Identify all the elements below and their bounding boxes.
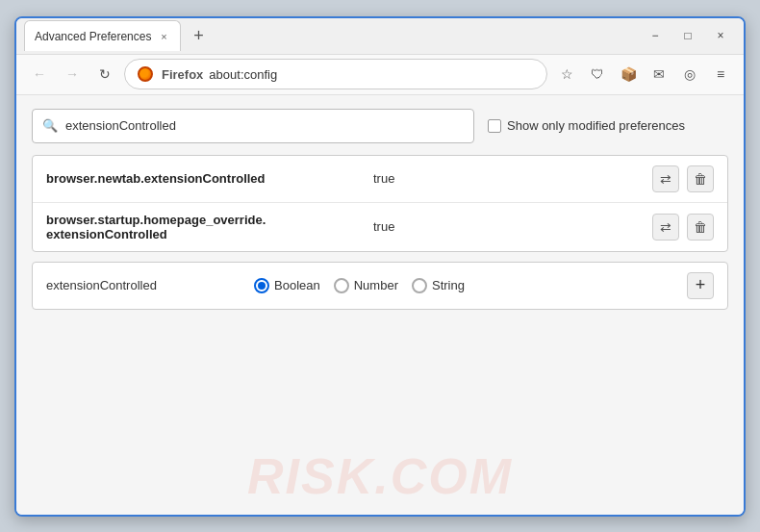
address-bar[interactable]: Firefox about:config [124,59,547,89]
watermark: RISK.COM [247,447,513,505]
radio-string-label: String [432,278,465,292]
radio-number-label: Number [354,278,398,292]
url-text: about:config [209,67,277,82]
new-preference-row: extensionControlled Boolean Number [32,262,728,310]
add-preference-button[interactable]: + [687,272,714,299]
show-modified-label: Show only modified preferences [507,118,685,133]
pref-value-1: true [373,171,652,186]
radio-string[interactable]: String [412,278,465,293]
table-row: browser.startup.homepage_override. exten… [33,203,727,251]
pref-name-1: browser.newtab.extensionControlled [46,171,373,186]
account-icon[interactable]: ◎ [676,61,703,88]
browser-window: Advanced Preferences × + − □ × ← → ↻ Fir… [14,16,746,517]
search-icon: 🔍 [42,118,58,133]
forward-button[interactable]: → [59,61,86,88]
preferences-table: browser.newtab.extensionControlled true … [32,155,728,252]
pref-name-2-line2: extensionControlled [46,227,373,241]
back-button[interactable]: ← [26,61,53,88]
search-input-value: extensionControlled [65,118,176,133]
radio-string-outer [412,278,427,293]
new-pref-name: extensionControlled [46,278,239,292]
radio-boolean-label: Boolean [274,278,320,292]
refresh-button[interactable]: ↻ [91,61,118,88]
radio-boolean-inner [258,282,266,290]
pref-actions-2: ⇄ 🗑 [652,214,714,241]
mail-icon[interactable]: ✉ [646,61,672,88]
reset-btn-1[interactable]: ⇄ [652,165,679,192]
close-button[interactable]: × [705,22,736,49]
address-text: Firefox about:config [162,67,277,82]
radio-boolean-outer [254,278,269,293]
table-row: browser.newtab.extensionControlled true … [33,156,727,203]
delete-btn-1[interactable]: 🗑 [687,165,714,192]
shield-icon[interactable]: 🛡 [584,61,611,88]
toolbar-icons: ☆ 🛡 📦 ✉ ◎ ≡ [553,61,734,88]
maximize-button[interactable]: □ [672,22,703,49]
menu-icon[interactable]: ≡ [707,61,734,88]
reset-btn-2[interactable]: ⇄ [652,214,679,241]
show-modified-row: Show only modified preferences [488,118,685,133]
tab-close-btn[interactable]: × [157,30,170,43]
bookmark-icon[interactable]: ☆ [553,61,580,88]
type-radio-group: Boolean Number String [254,278,671,293]
browser-tab[interactable]: Advanced Preferences × [24,20,181,51]
extension-icon[interactable]: 📦 [615,61,642,88]
delete-btn-2[interactable]: 🗑 [687,214,714,241]
browser-name: Firefox [162,67,203,82]
pref-name-2-line1: browser.startup.homepage_override. [46,213,373,227]
content-area: RISK.COM 🔍 extensionControlled Show only… [16,95,744,515]
pref-value-2: true [373,219,652,234]
firefox-icon [137,65,154,83]
title-bar: Advanced Preferences × + − □ × [16,18,744,55]
radio-number-outer [334,278,349,293]
radio-boolean[interactable]: Boolean [254,278,320,293]
pref-actions-1: ⇄ 🗑 [652,165,714,192]
minimize-button[interactable]: − [640,22,671,49]
window-controls: − □ × [640,22,736,49]
pref-name-2: browser.startup.homepage_override. exten… [46,213,373,241]
tab-title: Advanced Preferences [35,30,151,43]
show-modified-checkbox[interactable] [488,119,501,133]
search-box[interactable]: 🔍 extensionControlled [32,109,474,143]
search-row: 🔍 extensionControlled Show only modified… [32,109,728,143]
radio-number[interactable]: Number [334,278,398,293]
toolbar: ← → ↻ Firefox about:config ☆ 🛡 📦 ✉ ◎ ≡ [16,55,744,95]
new-tab-button[interactable]: + [185,22,212,49]
